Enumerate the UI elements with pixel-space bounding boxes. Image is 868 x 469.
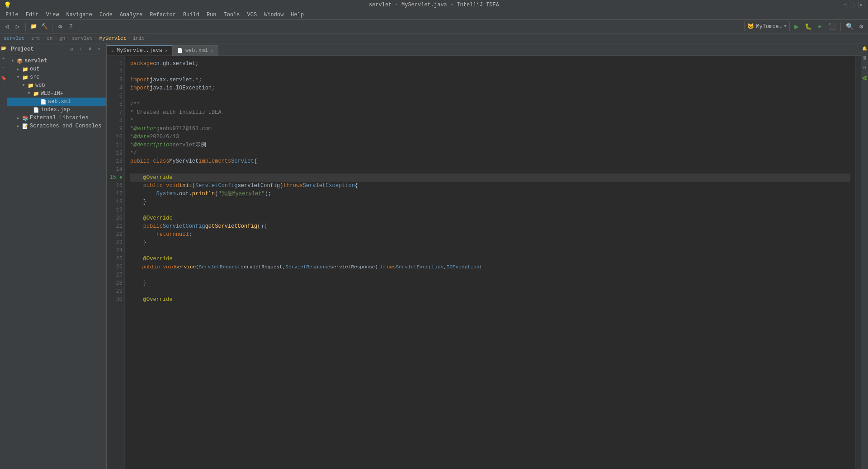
menu-edit[interactable]: Edit xyxy=(22,11,42,19)
toolbar-help-icon[interactable]: ? xyxy=(66,22,76,32)
breadcrumb-gh[interactable]: gh xyxy=(59,36,65,41)
tree-item-servlet-root[interactable]: ▼ 📦 servlet xyxy=(7,57,106,65)
folder-src-icon: 📁 xyxy=(22,74,29,80)
toolbar-forward-button[interactable]: ▷ xyxy=(13,22,23,32)
tree-label-src: src xyxy=(30,74,40,80)
run-configuration-selector[interactable]: 🐱 MyTomcat ▼ xyxy=(744,22,790,31)
sidebar-close-icon[interactable]: ✕ xyxy=(95,46,103,53)
folder-web-icon: 📁 xyxy=(27,82,34,89)
breadcrumb-init[interactable]: init xyxy=(133,36,145,41)
code-line-9: * @author gaohu9712@163.com xyxy=(130,125,850,133)
code-line-30: @Override xyxy=(130,295,850,304)
tree-arrow-extlibs: ▶ xyxy=(15,116,21,121)
tree-item-web[interactable]: ▼ 📁 web xyxy=(7,81,106,89)
breadcrumb-myservlet[interactable]: MyServlet xyxy=(99,36,126,41)
code-line-16: public void init(ServletConfig servletCo… xyxy=(130,182,850,190)
sidebar-expand-icon[interactable]: ↕ xyxy=(77,46,85,53)
editor-right-gutter xyxy=(855,56,861,469)
toolbar-project-icon[interactable]: 📁 xyxy=(28,22,38,32)
breadcrumb-cn[interactable]: cn xyxy=(47,36,52,41)
menu-refactor[interactable]: Refactor xyxy=(146,11,179,19)
menu-run[interactable]: Run xyxy=(203,11,220,19)
toolbar-back-button[interactable]: ◁ xyxy=(2,22,12,32)
tree-item-out[interactable]: ▶ 📁 out xyxy=(7,65,106,73)
code-line-5 xyxy=(130,92,850,100)
tree-item-scratches[interactable]: ▶ 📝 Scratches and Consoles xyxy=(7,122,106,130)
menu-navigate[interactable]: Navigate xyxy=(62,11,96,19)
file-tree: ▼ 📦 servlet ▶ 📁 out ▼ 📁 src ▼ xyxy=(7,55,106,469)
menu-code[interactable]: Code xyxy=(96,11,116,19)
menu-vcs[interactable]: VCS xyxy=(244,11,261,19)
tree-label-servlet: servlet xyxy=(24,58,47,64)
code-line-17: System.out.println("我是 Myservlet"); xyxy=(130,190,850,198)
xml-file-icon: 📄 xyxy=(177,48,183,53)
menu-window[interactable]: Window xyxy=(260,11,287,19)
breadcrumb-sep-5: › xyxy=(94,36,98,41)
right-spring-icon[interactable]: 🌿 xyxy=(862,75,868,81)
right-database-icon[interactable]: 🗄 xyxy=(862,55,868,61)
tree-item-webinf[interactable]: ▼ 📁 WEB-INF xyxy=(7,89,106,98)
toolbar-settings-right-button[interactable]: ⚙ xyxy=(856,22,866,32)
menu-help[interactable]: Help xyxy=(287,11,307,19)
stop-button[interactable]: ⬛ xyxy=(827,22,837,32)
debug-button[interactable]: 🐛 xyxy=(803,22,813,32)
left-fav-icon[interactable]: ★ xyxy=(0,55,7,61)
tab-myservlet-close[interactable]: ✕ xyxy=(165,48,168,53)
left-project-icon[interactable]: 📂 xyxy=(0,45,7,52)
breadcrumb: servlet › src › cn › gh › servlet › MySe… xyxy=(0,33,868,43)
right-maven-icon[interactable]: M xyxy=(862,65,868,71)
right-notifications-icon[interactable]: 🔔 xyxy=(862,45,868,52)
menu-tools[interactable]: Tools xyxy=(220,11,244,19)
tree-arrow-src: ▼ xyxy=(15,75,21,80)
tree-label-scratches: Scratches and Consoles xyxy=(30,123,101,129)
maximize-button[interactable]: □ xyxy=(850,2,856,8)
tab-webxml-label: web.xml xyxy=(185,47,208,54)
code-line-26: public void service(ServletRequest servl… xyxy=(130,263,850,271)
run-config-name: MyTomcat xyxy=(756,23,782,30)
code-line-10: * @date 2020/6/13 xyxy=(130,133,850,141)
project-sidebar: Project ⚙ ↕ ≡ ✕ ▼ 📦 servlet ▶ 📁 out xyxy=(7,43,107,469)
tree-item-extlibs[interactable]: ▶ 📚 External Libraries xyxy=(7,114,106,122)
code-line-25: @Override xyxy=(130,255,850,263)
tab-webxml[interactable]: 📄 web.xml ✕ xyxy=(173,45,218,56)
breadcrumb-src[interactable]: src xyxy=(31,36,40,41)
window-title: servlet - MyServlet.java - IntelliJ IDEA xyxy=(369,2,499,8)
minimize-button[interactable]: ─ xyxy=(842,2,848,8)
menu-analyze[interactable]: Analyze xyxy=(116,11,146,19)
menu-build[interactable]: Build xyxy=(179,11,203,19)
file-jsp-icon: 📄 xyxy=(33,107,40,113)
sidebar-gear-icon[interactable]: ⚙ xyxy=(68,46,75,53)
left-structure-icon[interactable]: ≡ xyxy=(0,65,7,71)
code-line-22: return null; xyxy=(130,230,850,239)
editor-content: 12345 678910 11121314 15 ● 1617181920 21… xyxy=(107,56,861,469)
menu-file[interactable]: File xyxy=(2,11,22,19)
code-editor[interactable]: package cn.gh.servlet; import javax.serv… xyxy=(125,56,855,469)
tab-myservlet[interactable]: ☕ MyServlet.java ✕ xyxy=(107,45,173,56)
code-line-11: * @description servlet 示例 xyxy=(130,141,850,149)
breadcrumb-servlet2[interactable]: servlet xyxy=(72,36,93,41)
menu-view[interactable]: View xyxy=(42,11,63,19)
scratches-icon: 📝 xyxy=(22,123,29,129)
tree-item-webxml[interactable]: ▶ 📄 web.xml xyxy=(7,98,106,106)
tab-webxml-close[interactable]: ✕ xyxy=(211,48,213,53)
toolbar-build-button[interactable]: 🔨 xyxy=(39,22,49,32)
code-line-24 xyxy=(130,247,850,255)
titlebar-controls[interactable]: ─ □ ✕ xyxy=(842,2,864,8)
toolbar-settings-icon[interactable]: ⚙ xyxy=(55,22,65,32)
project-folder-icon: 📦 xyxy=(16,58,24,64)
code-line-28: } xyxy=(130,279,850,287)
code-line-14 xyxy=(130,165,850,174)
folder-out-icon: 📁 xyxy=(22,66,29,72)
left-bookmark-icon[interactable]: 🔖 xyxy=(0,75,7,81)
tree-label-out: out xyxy=(30,66,40,72)
run-with-coverage-button[interactable]: ▶ xyxy=(815,22,825,32)
sidebar-settings-icon[interactable]: ≡ xyxy=(86,46,94,53)
breadcrumb-servlet[interactable]: servlet xyxy=(4,36,24,41)
close-button[interactable]: ✕ xyxy=(858,2,864,8)
tree-item-src[interactable]: ▼ 📁 src xyxy=(7,73,106,81)
run-button[interactable]: ▶ xyxy=(792,22,802,32)
folder-webinf-icon: 📁 xyxy=(33,90,40,97)
line-numbers: 12345 678910 11121314 15 ● 1617181920 21… xyxy=(107,56,125,469)
toolbar-search-button[interactable]: 🔍 xyxy=(844,22,854,32)
tree-item-indexjsp[interactable]: ▶ 📄 index.jsp xyxy=(7,106,106,114)
